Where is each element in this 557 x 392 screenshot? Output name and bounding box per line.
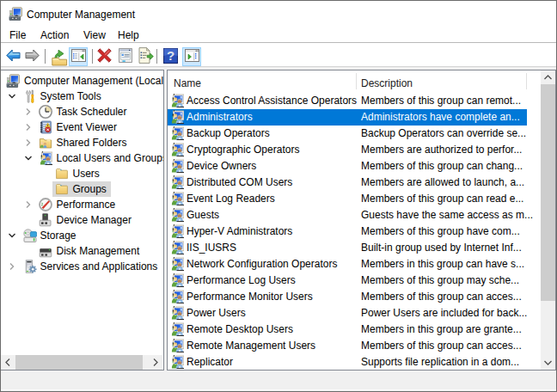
svg-text:?: ?	[167, 48, 174, 63]
